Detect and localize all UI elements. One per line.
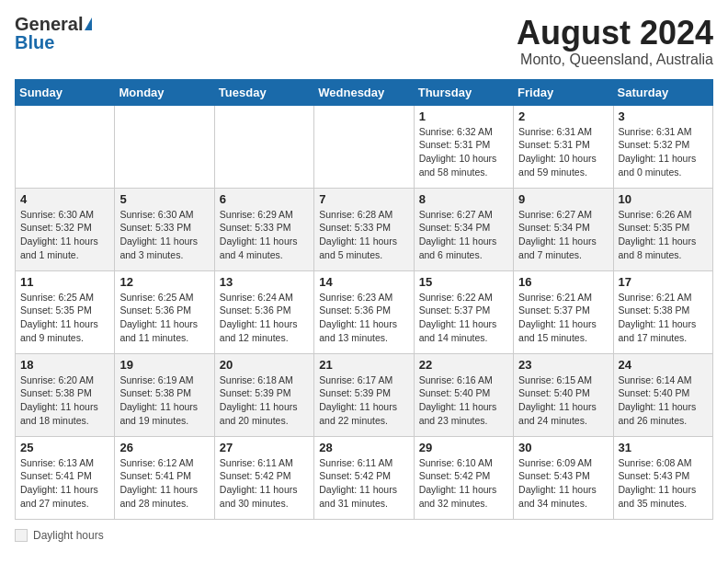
- calendar-day-header: Wednesday: [314, 79, 414, 105]
- day-number: 20: [220, 358, 309, 372]
- day-number: 30: [518, 441, 608, 454]
- day-number: 26: [119, 441, 209, 454]
- day-info: Sunrise: 6:26 AM Sunset: 5:35 PM Dayligh…: [619, 208, 708, 262]
- day-info: Sunrise: 6:11 AM Sunset: 5:42 PM Dayligh…: [220, 456, 309, 511]
- day-number: 22: [419, 358, 508, 372]
- day-number: 12: [119, 275, 209, 289]
- calendar-cell: 29Sunrise: 6:10 AM Sunset: 5:42 PM Dayli…: [414, 436, 513, 519]
- calendar-cell: 31Sunrise: 6:08 AM Sunset: 5:43 PM Dayli…: [613, 436, 712, 519]
- calendar-cell: 16Sunrise: 6:21 AM Sunset: 5:37 PM Dayli…: [514, 270, 613, 353]
- calendar-cell: 10Sunrise: 6:26 AM Sunset: 5:35 PM Dayli…: [613, 188, 712, 270]
- calendar-cell: 8Sunrise: 6:27 AM Sunset: 5:34 PM Daylig…: [414, 188, 513, 270]
- day-number: 7: [319, 192, 408, 206]
- day-number: 5: [119, 192, 209, 206]
- calendar-cell: 25Sunrise: 6:13 AM Sunset: 5:41 PM Dayli…: [16, 436, 115, 519]
- day-number: 4: [20, 192, 109, 206]
- day-info: Sunrise: 6:25 AM Sunset: 5:35 PM Dayligh…: [20, 291, 109, 345]
- calendar-header-row: SundayMondayTuesdayWednesdayThursdayFrid…: [16, 79, 713, 105]
- calendar-week-row: 4Sunrise: 6:30 AM Sunset: 5:32 PM Daylig…: [16, 188, 713, 270]
- day-info: Sunrise: 6:30 AM Sunset: 5:32 PM Dayligh…: [20, 208, 109, 262]
- calendar-cell: 14Sunrise: 6:23 AM Sunset: 5:36 PM Dayli…: [314, 270, 414, 353]
- day-number: 25: [20, 441, 109, 454]
- calendar-day-header: Monday: [115, 79, 214, 105]
- logo-triangle-icon: [85, 17, 92, 30]
- calendar-cell: 11Sunrise: 6:25 AM Sunset: 5:35 PM Dayli…: [16, 270, 115, 353]
- day-info: Sunrise: 6:22 AM Sunset: 5:37 PM Dayligh…: [419, 291, 508, 345]
- calendar-cell: 5Sunrise: 6:30 AM Sunset: 5:33 PM Daylig…: [115, 188, 214, 270]
- calendar-cell: 9Sunrise: 6:27 AM Sunset: 5:34 PM Daylig…: [514, 188, 613, 270]
- day-info: Sunrise: 6:16 AM Sunset: 5:40 PM Dayligh…: [419, 373, 508, 428]
- day-info: Sunrise: 6:25 AM Sunset: 5:36 PM Dayligh…: [119, 291, 209, 345]
- day-info: Sunrise: 6:09 AM Sunset: 5:43 PM Dayligh…: [518, 456, 608, 511]
- day-number: 15: [419, 275, 508, 289]
- calendar-week-row: 25Sunrise: 6:13 AM Sunset: 5:41 PM Dayli…: [16, 436, 713, 519]
- day-info: Sunrise: 6:14 AM Sunset: 5:40 PM Dayligh…: [619, 373, 708, 428]
- day-number: 10: [619, 192, 708, 206]
- calendar-cell: 12Sunrise: 6:25 AM Sunset: 5:36 PM Dayli…: [115, 270, 214, 353]
- daylight-label: Daylight hours: [33, 529, 104, 542]
- calendar-day-header: Thursday: [414, 79, 513, 105]
- calendar-cell: 1Sunrise: 6:32 AM Sunset: 5:31 PM Daylig…: [414, 105, 513, 188]
- day-info: Sunrise: 6:31 AM Sunset: 5:32 PM Dayligh…: [619, 125, 708, 179]
- day-info: Sunrise: 6:27 AM Sunset: 5:34 PM Dayligh…: [518, 208, 608, 262]
- day-number: 18: [20, 358, 109, 372]
- calendar-cell: 2Sunrise: 6:31 AM Sunset: 5:31 PM Daylig…: [514, 105, 613, 188]
- calendar-cell: 17Sunrise: 6:21 AM Sunset: 5:38 PM Dayli…: [613, 270, 712, 353]
- day-number: 2: [518, 109, 608, 123]
- calendar-day-header: Friday: [514, 79, 613, 105]
- day-number: 21: [319, 358, 408, 372]
- calendar-day-header: Saturday: [613, 79, 712, 105]
- day-number: 19: [119, 358, 209, 372]
- day-info: Sunrise: 6:11 AM Sunset: 5:42 PM Dayligh…: [319, 456, 408, 511]
- calendar-day-header: Sunday: [16, 79, 115, 105]
- day-info: Sunrise: 6:32 AM Sunset: 5:31 PM Dayligh…: [419, 125, 508, 179]
- logo: General Blue: [15, 15, 92, 52]
- calendar-cell: 3Sunrise: 6:31 AM Sunset: 5:32 PM Daylig…: [613, 105, 712, 188]
- day-info: Sunrise: 6:21 AM Sunset: 5:37 PM Dayligh…: [518, 291, 608, 345]
- month-title: August 2024: [517, 15, 713, 52]
- day-info: Sunrise: 6:18 AM Sunset: 5:39 PM Dayligh…: [220, 373, 309, 428]
- location-title: Monto, Queensland, Australia: [517, 52, 713, 68]
- calendar-week-row: 1Sunrise: 6:32 AM Sunset: 5:31 PM Daylig…: [16, 105, 713, 188]
- calendar-table: SundayMondayTuesdayWednesdayThursdayFrid…: [15, 79, 713, 520]
- day-number: 9: [518, 192, 608, 206]
- calendar-cell: 24Sunrise: 6:14 AM Sunset: 5:40 PM Dayli…: [613, 353, 712, 436]
- title-block: August 2024 Monto, Queensland, Australia: [517, 15, 713, 68]
- calendar-cell: 23Sunrise: 6:15 AM Sunset: 5:40 PM Dayli…: [514, 353, 613, 436]
- day-info: Sunrise: 6:28 AM Sunset: 5:33 PM Dayligh…: [319, 208, 408, 262]
- day-info: Sunrise: 6:15 AM Sunset: 5:40 PM Dayligh…: [518, 373, 608, 428]
- calendar-cell: 21Sunrise: 6:17 AM Sunset: 5:39 PM Dayli…: [314, 353, 414, 436]
- day-info: Sunrise: 6:08 AM Sunset: 5:43 PM Dayligh…: [619, 456, 708, 511]
- day-info: Sunrise: 6:21 AM Sunset: 5:38 PM Dayligh…: [619, 291, 708, 345]
- day-number: 13: [220, 275, 309, 289]
- calendar-cell: 13Sunrise: 6:24 AM Sunset: 5:36 PM Dayli…: [214, 270, 313, 353]
- day-info: Sunrise: 6:31 AM Sunset: 5:31 PM Dayligh…: [518, 125, 608, 179]
- calendar-cell: 6Sunrise: 6:29 AM Sunset: 5:33 PM Daylig…: [214, 188, 313, 270]
- day-number: 24: [619, 358, 708, 372]
- calendar-cell: 18Sunrise: 6:20 AM Sunset: 5:38 PM Dayli…: [16, 353, 115, 436]
- calendar-cell: [214, 105, 313, 188]
- day-info: Sunrise: 6:29 AM Sunset: 5:33 PM Dayligh…: [220, 208, 309, 262]
- day-number: 29: [419, 441, 508, 454]
- day-number: 3: [619, 109, 708, 123]
- day-info: Sunrise: 6:10 AM Sunset: 5:42 PM Dayligh…: [419, 456, 508, 511]
- calendar-cell: 30Sunrise: 6:09 AM Sunset: 5:43 PM Dayli…: [514, 436, 613, 519]
- logo-general-text: General: [15, 15, 83, 33]
- calendar-cell: 4Sunrise: 6:30 AM Sunset: 5:32 PM Daylig…: [16, 188, 115, 270]
- calendar-week-row: 11Sunrise: 6:25 AM Sunset: 5:35 PM Dayli…: [16, 270, 713, 353]
- calendar-cell: 19Sunrise: 6:19 AM Sunset: 5:38 PM Dayli…: [115, 353, 214, 436]
- calendar-cell: [115, 105, 214, 188]
- day-number: 23: [518, 358, 608, 372]
- footer: Daylight hours: [15, 529, 713, 542]
- day-info: Sunrise: 6:19 AM Sunset: 5:38 PM Dayligh…: [119, 373, 209, 428]
- daylight-swatch: [15, 529, 28, 542]
- calendar-cell: [314, 105, 414, 188]
- day-number: 28: [319, 441, 408, 454]
- calendar-day-header: Tuesday: [214, 79, 313, 105]
- calendar-cell: [16, 105, 115, 188]
- calendar-cell: 28Sunrise: 6:11 AM Sunset: 5:42 PM Dayli…: [314, 436, 414, 519]
- page-header: General Blue August 2024 Monto, Queensla…: [15, 15, 713, 68]
- calendar-cell: 26Sunrise: 6:12 AM Sunset: 5:41 PM Dayli…: [115, 436, 214, 519]
- day-number: 16: [518, 275, 608, 289]
- day-info: Sunrise: 6:24 AM Sunset: 5:36 PM Dayligh…: [220, 291, 309, 345]
